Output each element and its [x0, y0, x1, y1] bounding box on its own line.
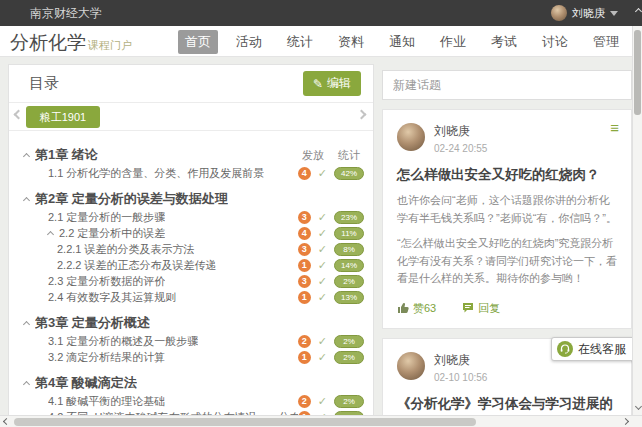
- count-badge: 1: [298, 351, 311, 364]
- chapter-title: 第4章 酸碱滴定法: [35, 374, 137, 392]
- like-label: 赞63: [413, 301, 436, 316]
- horizontal-scroll-thumb[interactable]: [14, 418, 476, 426]
- collapse-icon[interactable]: [23, 380, 30, 387]
- chevron-right-icon[interactable]: [357, 110, 367, 120]
- toc-section-row[interactable]: 2.1 定量分析的一般步骤 3 ✓ 23%: [9, 209, 373, 225]
- progress-badge: 11%: [334, 227, 364, 240]
- check-icon: ✓: [318, 336, 327, 347]
- edit-button-label: 编辑: [327, 75, 351, 92]
- chapter-title: 第3章 定量分析概述: [35, 314, 150, 332]
- toc-header: 目录 ✎ 编辑: [9, 65, 373, 103]
- check-icon: ✓: [318, 276, 327, 287]
- collapse-icon[interactable]: [23, 196, 30, 203]
- count-badge: 1: [298, 291, 311, 304]
- scroll-down-icon[interactable]: [634, 403, 641, 410]
- nav-tab-5[interactable]: 作业: [433, 30, 473, 54]
- post-paragraph: “怎么样做出安全又好吃的红烧肉”究竟跟分析化学有没有关系？请同学们研究讨论一下，…: [397, 235, 617, 288]
- count-badge: 4: [298, 167, 311, 180]
- reply-button[interactable]: 回复: [462, 301, 500, 316]
- main-nav: 首页活动统计资料通知作业考试讨论管理: [178, 26, 626, 57]
- section-badges: 1 ✓ 2%: [298, 351, 373, 364]
- toc-section-row[interactable]: 1.1 分析化学的含量、分类、作用及发展前景 4 ✓ 42%: [9, 165, 373, 181]
- progress-badge: 8%: [334, 243, 364, 256]
- post-header: 刘晓庚 02-24 20:55: [397, 123, 617, 154]
- toc-section-row[interactable]: 2.3 定量分析数据的评价 3 ✓ 2%: [9, 273, 373, 289]
- section-badges: 3 ✓ 23%: [298, 211, 373, 224]
- toc-section-row[interactable]: 3.1 定量分析的概述及一般步骤 2 ✓ 2%: [9, 333, 373, 349]
- chevron-left-icon[interactable]: [14, 110, 24, 120]
- new-topic-input[interactable]: [382, 70, 632, 100]
- toc-section-row[interactable]: 2.2.1 误差的分类及表示方法 3 ✓ 8%: [9, 241, 373, 257]
- post-list: 刘晓庚 02-24 20:55 ≡ 怎么样做出安全又好吃的红烧肉？ 也许你会问“…: [382, 109, 632, 427]
- toc-section-row[interactable]: 3.2 滴定分析结果的计算 1 ✓ 2%: [9, 349, 373, 365]
- toc-section-row[interactable]: 4.1 酸碱平衡的理论基础 2 ✓ 2%: [9, 393, 373, 409]
- post-body: 也许你会问“老师，这个话题跟你讲的分析化学有半毛钱关系吗？”老师说“有，你信吗？…: [397, 192, 617, 288]
- progress-badge: 2%: [334, 351, 364, 364]
- section-title: 2.2 定量分析中的误差: [59, 226, 165, 241]
- check-icon: ✓: [318, 244, 327, 255]
- count-badge: 3: [298, 243, 311, 256]
- toc-section-row[interactable]: 2.2 定量分析中的误差 4 ✓ 11%: [9, 225, 373, 241]
- post-footer: 赞63 回复: [397, 301, 617, 316]
- horizontal-scrollbar[interactable]: [0, 415, 642, 427]
- pencil-icon: ✎: [313, 77, 323, 91]
- nav-tab-8[interactable]: 管理: [586, 30, 626, 54]
- chapter-title: 第2章 定量分析的误差与数据处理: [35, 190, 228, 208]
- collapse-icon[interactable]: [23, 152, 30, 159]
- post-title[interactable]: 怎么样做出安全又好吃的红烧肉？: [397, 166, 617, 184]
- nav-tab-4[interactable]: 通知: [382, 30, 422, 54]
- nav-tab-3[interactable]: 资料: [331, 30, 371, 54]
- class-tab-strip: 粮工1901: [9, 103, 373, 131]
- count-badge: 2: [298, 335, 311, 348]
- reply-icon: [462, 302, 474, 314]
- class-tab[interactable]: 粮工1901: [26, 106, 100, 128]
- count-badge: 2: [298, 395, 311, 408]
- course-title: 分析化学: [10, 32, 86, 53]
- toc-tree: 第1章 绪论 发放 统计 1.1 分析化学的含量、分类、作用及发展前景 4 ✓ …: [9, 131, 373, 425]
- user-menu[interactable]: 刘晓庚: [551, 0, 618, 26]
- user-name: 刘晓庚: [572, 6, 605, 21]
- toc-title: 目录: [29, 74, 59, 93]
- check-icon: ✓: [318, 168, 327, 179]
- collapse-icon[interactable]: [47, 230, 54, 237]
- headset-icon: [557, 341, 573, 357]
- online-service-label: 在线客服: [578, 341, 626, 358]
- like-button[interactable]: 赞63: [397, 301, 436, 316]
- nav-tab-1[interactable]: 活动: [229, 30, 269, 54]
- toc-section-row[interactable]: 2.4 有效数字及其运算规则 1 ✓ 13%: [9, 289, 373, 305]
- nav-tab-7[interactable]: 讨论: [535, 30, 575, 54]
- progress-badge: 14%: [334, 259, 364, 272]
- progress-badge: 2%: [334, 275, 364, 288]
- vertical-scrollbar[interactable]: [632, 0, 642, 415]
- section-badges: 3 ✓ 8%: [298, 243, 373, 256]
- nav-tab-2[interactable]: 统计: [280, 30, 320, 54]
- section-title: 2.1 定量分析的一般步骤: [48, 210, 165, 225]
- collapse-icon[interactable]: [23, 320, 30, 327]
- toc-chapter-row[interactable]: 第1章 绪论 发放 统计: [9, 145, 373, 165]
- toc-chapter-row[interactable]: 第4章 酸碱滴定法: [9, 373, 373, 393]
- avatar: [397, 352, 425, 380]
- toc-chapter-row[interactable]: 第3章 定量分析概述: [9, 313, 373, 333]
- col-header-stats: 统计: [338, 148, 360, 163]
- edit-button[interactable]: ✎ 编辑: [303, 71, 361, 96]
- progress-badge: 2%: [334, 335, 364, 348]
- section-title: 4.1 酸碱平衡的理论基础: [48, 394, 165, 409]
- nav-tab-6[interactable]: 考试: [484, 30, 524, 54]
- section-title: 2.4 有效数字及其运算规则: [48, 290, 176, 305]
- section-title: 2.2.1 误差的分类及表示方法: [57, 242, 195, 257]
- avatar: [551, 5, 567, 21]
- chapter-title: 第1章 绪论: [35, 146, 98, 164]
- post-paragraph: 也许你会问“老师，这个话题跟你讲的分析化学有半毛钱关系吗？”老师说“有，你信吗？…: [397, 192, 617, 227]
- nav-tab-0[interactable]: 首页: [178, 30, 218, 54]
- toc-section-row[interactable]: 2.2.2 误差的正态分布及误差传递 1 ✓ 14%: [9, 257, 373, 273]
- toc-chapter-row[interactable]: 第2章 定量分析的误差与数据处理: [9, 189, 373, 209]
- scroll-right-icon[interactable]: [622, 418, 629, 425]
- check-icon: ✓: [318, 228, 327, 239]
- section-title: 3.1 定量分析的概述及一般步骤: [48, 334, 198, 349]
- post-menu-icon[interactable]: ≡: [610, 120, 619, 135]
- online-service-button[interactable]: 在线客服: [551, 337, 635, 361]
- post-date: 02-24 20:55: [434, 143, 487, 154]
- scroll-left-icon[interactable]: [3, 418, 10, 425]
- vertical-scroll-thumb[interactable]: [634, 30, 641, 115]
- university-name: 南京财经大学: [30, 5, 102, 22]
